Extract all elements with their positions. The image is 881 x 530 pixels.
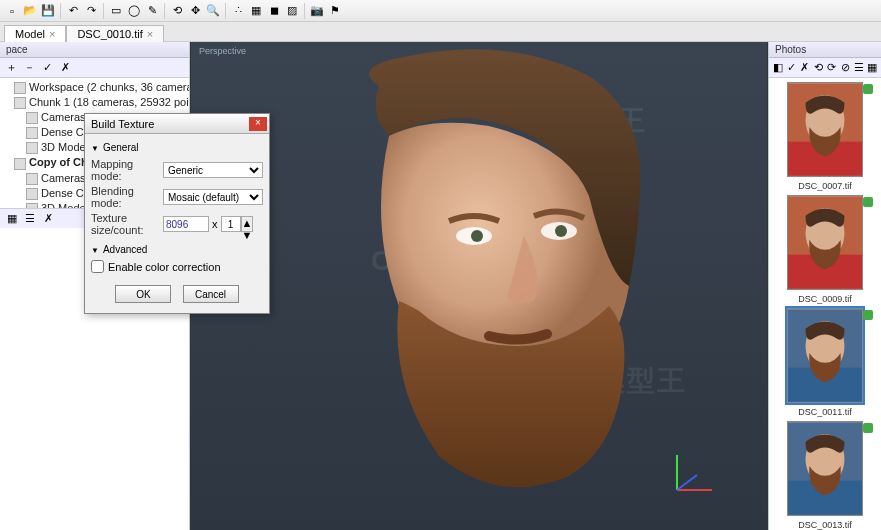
rotate-right-icon[interactable]: ⟳ (826, 60, 838, 76)
main-toolbar: ▫ 📂 💾 ↶ ↷ ▭ ◯ ✎ ⟲ ✥ 🔍 ∴ ▦ ◼ ▨ 📷 ⚑ (0, 0, 881, 22)
photos-panel: Photos ◧ ✓ ✗ ⟲ ⟳ ⊘ ☰ ▦ DSC_0007.tifDSC_0… (768, 42, 881, 530)
dialog-title: Build Texture (91, 118, 154, 130)
spinner-buttons[interactable]: ▲▼ (241, 216, 253, 232)
zoom-icon[interactable]: 🔍 (205, 3, 221, 19)
save-icon[interactable]: 💾 (40, 3, 56, 19)
workspace-panel-title: pace (0, 42, 189, 58)
color-correction-label: Enable color correction (108, 261, 221, 273)
cancel-button[interactable]: Cancel (183, 285, 239, 303)
close-icon[interactable]: × (49, 28, 55, 40)
svg-point-2 (471, 230, 483, 242)
photo-label: DSC_0011.tif (773, 407, 877, 417)
enable-icon[interactable]: ✓ (39, 60, 55, 76)
texture-size-label: Texture size/count: (91, 212, 163, 236)
add-icon[interactable]: ＋ (3, 60, 19, 76)
select-circle-icon[interactable]: ◯ (126, 3, 142, 19)
dialog-titlebar[interactable]: Build Texture × (85, 114, 269, 134)
view-points-icon[interactable]: ∴ (230, 3, 246, 19)
mapping-mode-label: Mapping mode: (91, 158, 163, 182)
details-icon[interactable]: ☰ (853, 60, 865, 76)
document-tabs: Model× DSC_0010.tif× (0, 22, 881, 42)
section-general[interactable]: General (91, 140, 263, 155)
texture-count-input[interactable] (221, 216, 241, 232)
blending-mode-select[interactable]: Mosaic (default) (163, 189, 263, 205)
ok-button[interactable]: OK (115, 285, 171, 303)
markers-icon[interactable]: ⚑ (327, 3, 343, 19)
model-head (289, 46, 669, 506)
cameras-icon[interactable]: 📷 (309, 3, 325, 19)
enable-icon[interactable]: ✓ (786, 60, 798, 76)
grid-icon[interactable]: ▦ (4, 211, 20, 227)
tree-item[interactable]: Workspace (2 chunks, 36 cameras) (0, 80, 189, 95)
redo-icon[interactable]: ↷ (83, 3, 99, 19)
section-advanced[interactable]: Advanced (91, 242, 263, 257)
delete-icon[interactable]: ✗ (40, 211, 56, 227)
move-icon[interactable]: ✥ (187, 3, 203, 19)
rotate-left-icon[interactable]: ⟲ (813, 60, 825, 76)
3d-viewport[interactable]: Perspective CG模型王 CG模型王 CG模型王 (190, 42, 768, 530)
close-icon[interactable]: × (249, 117, 267, 131)
photo-thumbnail[interactable] (787, 308, 863, 403)
disable-icon[interactable]: ✗ (57, 60, 73, 76)
multiply-label: x (212, 218, 218, 230)
photo-thumbnail[interactable] (787, 421, 863, 516)
select-free-icon[interactable]: ✎ (144, 3, 160, 19)
mapping-mode-select[interactable]: Generic (163, 162, 263, 178)
photos-toolbar: ◧ ✓ ✗ ⟲ ⟳ ⊘ ☰ ▦ (769, 58, 881, 78)
disable-icon[interactable]: ✗ (799, 60, 811, 76)
photo-item[interactable]: DSC_0013.tif (773, 421, 877, 530)
close-icon[interactable]: × (147, 28, 153, 40)
new-icon[interactable]: ▫ (4, 3, 20, 19)
tab-image[interactable]: DSC_0010.tif× (66, 25, 164, 42)
aligned-flag-icon (863, 197, 873, 207)
viewport-label: Perspective (199, 46, 246, 56)
photo-label: DSC_0009.tif (773, 294, 877, 304)
select-rect-icon[interactable]: ▭ (108, 3, 124, 19)
undo-icon[interactable]: ↶ (65, 3, 81, 19)
photo-list: DSC_0007.tifDSC_0009.tifDSC_0011.tifDSC_… (769, 78, 881, 530)
filter-icon[interactable]: ◧ (772, 60, 784, 76)
aligned-flag-icon (863, 84, 873, 94)
svg-line-6 (677, 475, 697, 490)
color-correction-checkbox[interactable] (91, 260, 104, 273)
aligned-flag-icon (863, 310, 873, 320)
photo-thumbnail[interactable] (787, 82, 863, 177)
axis-gizmo (667, 450, 717, 500)
tab-label: Model (15, 28, 45, 40)
svg-point-3 (555, 225, 567, 237)
aligned-flag-icon (863, 423, 873, 433)
photo-label: DSC_0013.tif (773, 520, 877, 530)
photos-panel-title: Photos (769, 42, 881, 58)
tab-label: DSC_0010.tif (77, 28, 142, 40)
view-solid-icon[interactable]: ◼ (266, 3, 282, 19)
remove-icon[interactable]: － (21, 60, 37, 76)
open-icon[interactable]: 📂 (22, 3, 38, 19)
photo-item[interactable]: DSC_0007.tif (773, 82, 877, 191)
view-dense-icon[interactable]: ▦ (248, 3, 264, 19)
texture-size-input[interactable] (163, 216, 209, 232)
photo-thumbnail[interactable] (787, 195, 863, 290)
thumbs-icon[interactable]: ▦ (867, 60, 879, 76)
build-texture-dialog: Build Texture × General Mapping mode: Ge… (84, 113, 270, 314)
tree-item[interactable]: Chunk 1 (18 cameras, 25932 points) (0, 95, 189, 110)
tab-model[interactable]: Model× (4, 25, 66, 42)
reset-icon[interactable]: ⊘ (840, 60, 852, 76)
photo-label: DSC_0007.tif (773, 181, 877, 191)
photo-item[interactable]: DSC_0011.tif (773, 308, 877, 417)
rotate-icon[interactable]: ⟲ (169, 3, 185, 19)
view-texture-icon[interactable]: ▨ (284, 3, 300, 19)
blending-mode-label: Blending mode: (91, 185, 163, 209)
photo-item[interactable]: DSC_0009.tif (773, 195, 877, 304)
list-icon[interactable]: ☰ (22, 211, 38, 227)
workspace-toolbar: ＋ － ✓ ✗ (0, 58, 189, 78)
